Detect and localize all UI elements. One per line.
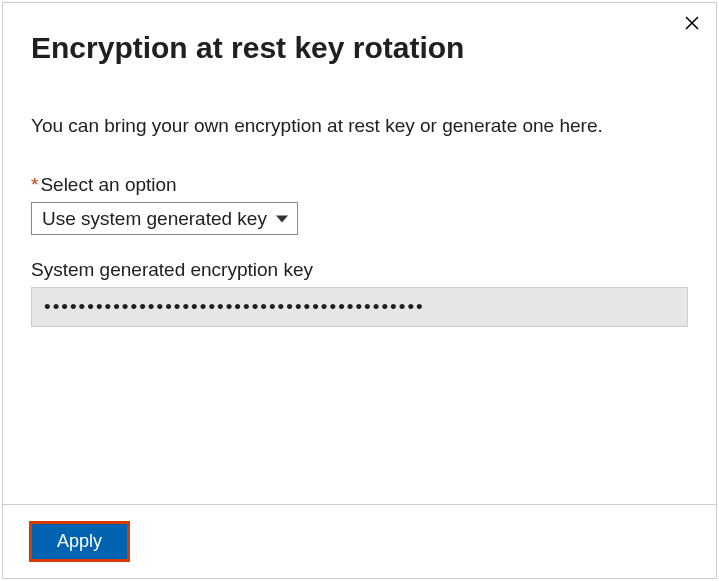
option-field-group: *Select an option Use system generated k… [31, 174, 688, 235]
encryption-rotation-dialog: Encryption at rest key rotation You can … [2, 2, 717, 579]
required-indicator: * [31, 174, 38, 195]
apply-button[interactable]: Apply [31, 523, 128, 560]
close-icon [683, 14, 701, 32]
key-field-group: System generated encryption key [31, 259, 688, 327]
option-select-wrap: Use system generated key [31, 202, 298, 235]
option-label: *Select an option [31, 174, 688, 196]
close-button[interactable] [680, 11, 704, 35]
dialog-title: Encryption at rest key rotation [31, 31, 688, 65]
key-label: System generated encryption key [31, 259, 688, 281]
dialog-footer: Apply [3, 504, 716, 578]
option-select[interactable]: Use system generated key [31, 202, 298, 235]
option-label-text: Select an option [40, 174, 176, 195]
generated-key-field [31, 287, 688, 327]
dialog-description: You can bring your own encryption at res… [31, 113, 688, 140]
dialog-content: Encryption at rest key rotation You can … [3, 3, 716, 504]
